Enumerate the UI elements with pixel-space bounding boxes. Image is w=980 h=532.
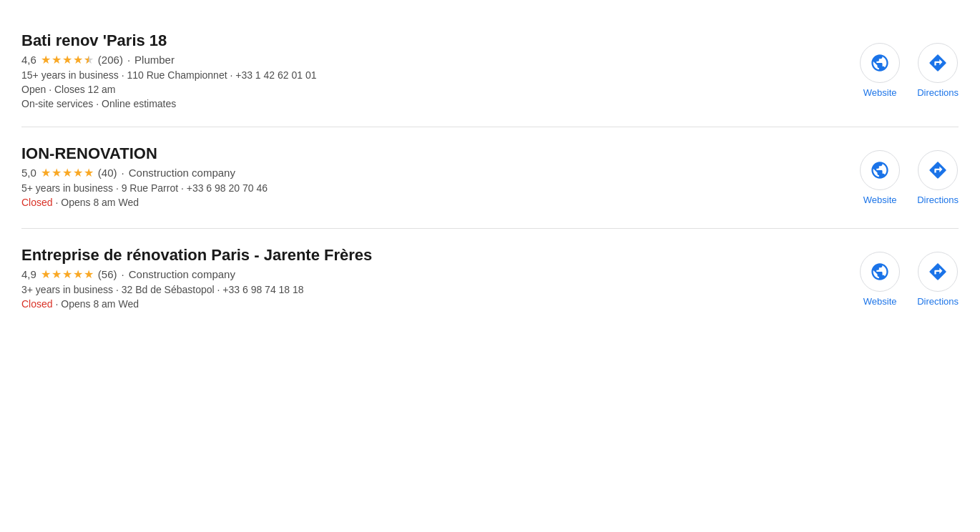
hours-status: Closed: [21, 298, 53, 310]
listing-name: Entreprise de rénovation Paris - Jarente…: [21, 246, 831, 265]
website-label: Website: [863, 87, 897, 98]
website-icon-circle: [860, 252, 900, 292]
review-count: (56): [98, 268, 117, 280]
hours-status: Open: [21, 84, 46, 95]
star-full: ★: [52, 53, 62, 66]
hours-separator: · Closes 12 am: [49, 84, 115, 95]
website-icon-circle: [860, 43, 900, 83]
website-button[interactable]: Website: [860, 43, 900, 98]
category-separator: ·: [127, 54, 130, 66]
stars: ★★★★ ★ ★: [41, 53, 94, 66]
star-full: ★: [62, 53, 72, 66]
hours-separator: · Opens 8 am Wed: [55, 298, 138, 310]
stars: ★★★★★: [41, 166, 94, 179]
category: Plumber: [134, 54, 175, 66]
star-full: ★: [41, 166, 51, 179]
listing-item-2: ION-RENOVATION 5,0 ★★★★★ (40) · Construc…: [21, 127, 959, 229]
stars: ★★★★★: [41, 267, 94, 281]
listing-details: 5+ years in business · 9 Rue Parrot · +3…: [21, 182, 831, 194]
star-full: ★: [84, 166, 94, 179]
review-count: (206): [98, 54, 123, 66]
listings-container: Bati renov 'Paris 18 4,6 ★★★★ ★ ★ (206) …: [21, 14, 959, 330]
listing-hours: Open · Closes 12 am: [21, 84, 831, 95]
directions-button[interactable]: Directions: [917, 252, 959, 307]
star-full: ★: [73, 53, 83, 66]
category-separator: ·: [122, 268, 124, 280]
directions-label: Directions: [917, 296, 959, 307]
star-full: ★: [73, 166, 83, 179]
hours-separator: · Opens 8 am Wed: [55, 197, 138, 208]
directions-icon-circle: [918, 150, 958, 190]
star-full: ★: [41, 267, 51, 281]
rating-value: 4,6: [21, 54, 36, 66]
listing-details: 3+ years in business · 32 Bd de Sébastop…: [21, 284, 831, 295]
listing-name: ION-RENOVATION: [21, 144, 831, 163]
listing-rating: 4,6 ★★★★ ★ ★ (206) · Plumber: [21, 53, 831, 66]
review-count: (40): [98, 167, 117, 179]
listing-hours: Closed · Opens 8 am Wed: [21, 298, 831, 310]
website-button[interactable]: Website: [860, 150, 900, 205]
star-full: ★: [84, 267, 94, 281]
rating-value: 5,0: [21, 167, 36, 179]
listing-rating: 5,0 ★★★★★ (40) · Construction company: [21, 166, 831, 179]
directions-label: Directions: [917, 194, 959, 205]
star-full: ★: [52, 166, 62, 179]
rating-value: 4,9: [21, 268, 36, 280]
listing-rating: 4,9 ★★★★★ (56) · Construction company: [21, 267, 831, 281]
star-full: ★: [73, 267, 83, 281]
website-label: Website: [863, 296, 897, 307]
listing-info: ION-RENOVATION 5,0 ★★★★★ (40) · Construc…: [21, 144, 831, 211]
category-separator: ·: [122, 167, 124, 179]
listing-actions: Website Directions: [860, 150, 959, 205]
star-full: ★: [41, 53, 51, 66]
hours-status: Closed: [21, 197, 53, 208]
star-full: ★: [62, 166, 72, 179]
website-label: Website: [863, 194, 897, 205]
listing-actions: Website Directions: [860, 43, 959, 98]
listing-item-1: Bati renov 'Paris 18 4,6 ★★★★ ★ ★ (206) …: [21, 14, 959, 127]
directions-icon-circle: [918, 43, 958, 83]
directions-icon-circle: [918, 252, 958, 292]
listing-name: Bati renov 'Paris 18: [21, 31, 831, 50]
directions-button[interactable]: Directions: [917, 150, 959, 205]
listing-details: 15+ years in business · 110 Rue Champion…: [21, 69, 831, 81]
category: Construction company: [129, 268, 235, 280]
star-half: ★ ★: [84, 53, 94, 66]
website-icon-circle: [860, 150, 900, 190]
directions-button[interactable]: Directions: [917, 43, 959, 98]
listing-info: Entreprise de rénovation Paris - Jarente…: [21, 246, 831, 312]
star-full: ★: [52, 267, 62, 281]
category: Construction company: [129, 167, 235, 179]
listing-item-3: Entreprise de rénovation Paris - Jarente…: [21, 229, 959, 330]
directions-label: Directions: [917, 87, 959, 98]
star-full: ★: [62, 267, 72, 281]
website-button[interactable]: Website: [860, 252, 900, 307]
listing-services: On-site services · Online estimates: [21, 98, 831, 109]
listing-hours: Closed · Opens 8 am Wed: [21, 197, 831, 208]
listing-actions: Website Directions: [860, 252, 959, 307]
listing-info: Bati renov 'Paris 18 4,6 ★★★★ ★ ★ (206) …: [21, 31, 831, 109]
